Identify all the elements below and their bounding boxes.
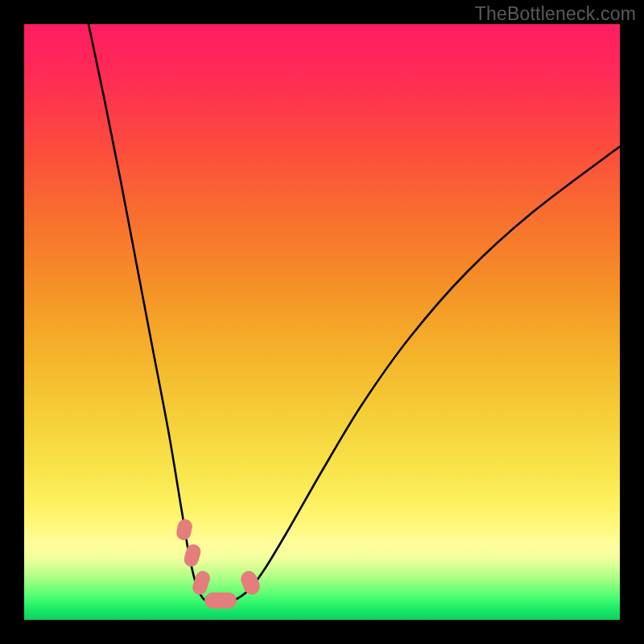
- curve-layer: [24, 24, 620, 620]
- blob-left-up: [175, 518, 193, 541]
- blob-left-mid: [182, 543, 202, 568]
- blob-bottom: [204, 592, 237, 609]
- chart-stage: TheBottleneck.com: [0, 0, 644, 644]
- plot-area: [24, 24, 620, 620]
- bottleneck-curve: [89, 24, 620, 604]
- curve-markers: [175, 518, 262, 609]
- blob-right: [238, 568, 262, 597]
- watermark-text: TheBottleneck.com: [475, 3, 636, 25]
